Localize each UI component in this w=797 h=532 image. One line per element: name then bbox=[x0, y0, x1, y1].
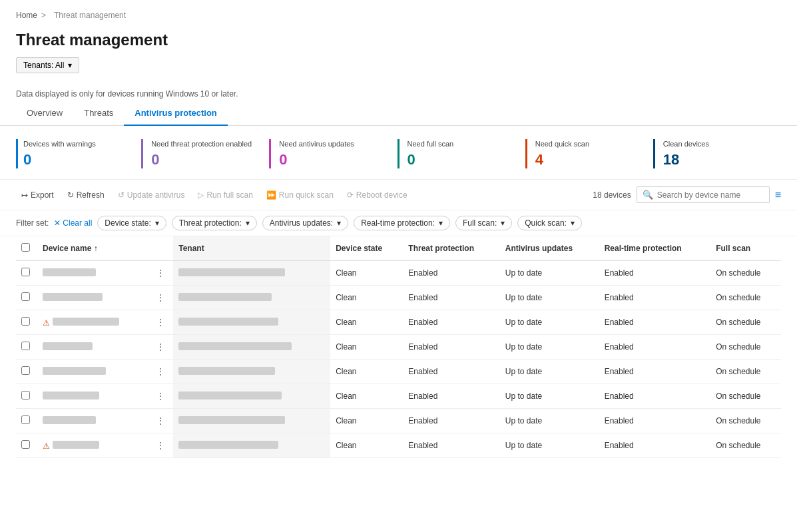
tab-threats[interactable]: Threats bbox=[73, 101, 124, 126]
full-scan-cell: On schedule bbox=[710, 360, 781, 384]
full-scan-cell: On schedule bbox=[710, 286, 781, 310]
full-scan-cell: On schedule bbox=[710, 409, 781, 433]
device-name-cell bbox=[37, 409, 148, 433]
breadcrumb-home[interactable]: Home bbox=[16, 11, 37, 20]
reboot-device-button[interactable]: ⟳ Reboot device bbox=[342, 188, 413, 202]
row-menu-button[interactable]: ⋮ bbox=[153, 414, 168, 427]
metric-value-clean_devices: 18 bbox=[663, 151, 765, 168]
threat-protection-cell: Enabled bbox=[403, 310, 499, 335]
row-checkbox[interactable] bbox=[21, 342, 30, 350]
device-state-cell: Clean bbox=[330, 433, 403, 458]
refresh-button[interactable]: ↻ Refresh bbox=[62, 188, 110, 202]
threat-protection-cell: Enabled bbox=[403, 286, 499, 310]
col-realtime_protection[interactable]: Real-time protection bbox=[599, 236, 710, 261]
warning-icon: ⚠ bbox=[43, 441, 50, 451]
clear-all-button[interactable]: ✕ Clear all bbox=[54, 218, 92, 228]
row-menu-button[interactable]: ⋮ bbox=[153, 266, 168, 280]
run-quick-scan-button[interactable]: ⏩ Run quick scan bbox=[261, 188, 339, 202]
row-checkbox[interactable] bbox=[21, 317, 30, 326]
update-antivirus-icon: ↺ bbox=[118, 190, 125, 200]
tab-antivirus[interactable]: Antivirus protection bbox=[124, 101, 228, 126]
chevron-down-icon: ▾ bbox=[571, 218, 575, 228]
threat-protection-cell: Enabled bbox=[403, 433, 499, 458]
row-checkbox[interactable] bbox=[21, 268, 30, 276]
chevron-down-icon: ▾ bbox=[439, 218, 443, 228]
chevron-down-icon: ▾ bbox=[337, 218, 341, 228]
device-state-cell: Clean bbox=[330, 286, 403, 310]
filter-device_state[interactable]: Device state:▾ bbox=[97, 216, 166, 230]
run-full-scan-label: Run full scan bbox=[206, 190, 252, 200]
export-button[interactable]: ↦ Export bbox=[16, 188, 59, 202]
metric-clean_devices: Clean devices 18 bbox=[653, 139, 781, 168]
tenant-selector[interactable]: Tenants: All ▾ bbox=[16, 57, 79, 73]
row-checkbox[interactable] bbox=[21, 391, 30, 399]
device-state-cell: Clean bbox=[330, 409, 403, 433]
threat-protection-cell: Enabled bbox=[403, 261, 499, 286]
filter-icon[interactable]: ≡ bbox=[775, 189, 781, 201]
breadcrumb-separator: > bbox=[41, 11, 46, 20]
filter-threat_protection[interactable]: Threat protection:▾ bbox=[172, 216, 257, 230]
row-menu-button[interactable]: ⋮ bbox=[153, 340, 168, 354]
col-device_state[interactable]: Device state bbox=[330, 236, 403, 261]
filter-quick_scan[interactable]: Quick scan:▾ bbox=[517, 216, 582, 230]
run-full-scan-button[interactable]: ▷ Run full scan bbox=[192, 188, 258, 202]
close-icon: ✕ bbox=[54, 218, 61, 228]
device-name-cell bbox=[37, 335, 148, 360]
metrics-row: Devices with warnings 0 Need threat prot… bbox=[0, 126, 797, 180]
metric-antivirus_updates: Need antivirus updates 0 bbox=[269, 139, 397, 168]
table-row: ⋮CleanEnabledUp to dateEnabledOn schedul… bbox=[16, 335, 781, 360]
row-checkbox[interactable] bbox=[21, 292, 30, 301]
row-menu-button[interactable]: ⋮ bbox=[153, 390, 168, 403]
col-full_scan[interactable]: Full scan bbox=[710, 236, 781, 261]
antivirus-updates-cell: Up to date bbox=[500, 409, 599, 433]
run-full-scan-icon: ▷ bbox=[198, 190, 204, 200]
realtime-protection-cell: Enabled bbox=[599, 335, 710, 360]
row-checkbox[interactable] bbox=[21, 415, 30, 424]
chevron-down-icon: ▾ bbox=[68, 61, 72, 70]
row-checkbox[interactable] bbox=[21, 440, 30, 449]
select-all-checkbox[interactable] bbox=[21, 243, 30, 252]
metric-warnings: Devices with warnings 0 bbox=[16, 139, 141, 168]
search-box[interactable]: 🔍 bbox=[637, 186, 770, 203]
col-threat_protection[interactable]: Threat protection bbox=[403, 236, 499, 261]
row-menu-button[interactable]: ⋮ bbox=[153, 316, 168, 329]
col-antivirus_updates[interactable]: Antivirus updates bbox=[500, 236, 599, 261]
full-scan-cell: On schedule bbox=[710, 310, 781, 335]
filter-realtime_protection[interactable]: Real-time protection:▾ bbox=[354, 216, 450, 230]
device-name-cell bbox=[37, 286, 148, 310]
chevron-down-icon: ▾ bbox=[155, 218, 159, 228]
metric-label-warnings: Devices with warnings bbox=[23, 139, 125, 148]
metric-label-threat_protection: Need threat protection enabled bbox=[151, 139, 253, 148]
antivirus-updates-cell: Up to date bbox=[500, 286, 599, 310]
metric-value-threat_protection: 0 bbox=[151, 151, 253, 168]
filter-antivirus_updates[interactable]: Antivirus updates:▾ bbox=[262, 216, 348, 230]
row-menu-button[interactable]: ⋮ bbox=[153, 365, 168, 378]
update-antivirus-button[interactable]: ↺ Update antivirus bbox=[113, 188, 190, 202]
warning-icon: ⚠ bbox=[43, 318, 50, 328]
row-checkbox[interactable] bbox=[21, 366, 30, 375]
search-input[interactable] bbox=[657, 190, 764, 200]
filter-full_scan[interactable]: Full scan:▾ bbox=[455, 216, 512, 230]
row-menu-button[interactable]: ⋮ bbox=[153, 291, 168, 304]
search-icon: 🔍 bbox=[643, 190, 653, 200]
tabs-container: OverviewThreatsAntivirus protection bbox=[0, 101, 797, 126]
threat-protection-cell: Enabled bbox=[403, 335, 499, 360]
realtime-protection-cell: Enabled bbox=[599, 433, 710, 458]
threat-protection-cell: Enabled bbox=[403, 384, 499, 409]
device-name-cell bbox=[37, 384, 148, 409]
tenant-label: Tenants: All bbox=[23, 61, 64, 70]
full-scan-cell: On schedule bbox=[710, 335, 781, 360]
metric-value-antivirus_updates: 0 bbox=[279, 151, 381, 168]
device-state-cell: Clean bbox=[330, 360, 403, 384]
tab-overview[interactable]: Overview bbox=[16, 101, 73, 126]
run-quick-scan-icon: ⏩ bbox=[266, 190, 276, 200]
col-tenant[interactable]: Tenant bbox=[173, 236, 330, 261]
metric-label-antivirus_updates: Need antivirus updates bbox=[279, 139, 381, 148]
page-header: Threat management Tenants: All ▾ bbox=[0, 25, 797, 81]
table-row: ⋮CleanEnabledUp to dateEnabledOn schedul… bbox=[16, 384, 781, 409]
row-menu-button[interactable]: ⋮ bbox=[153, 439, 168, 452]
page-title: Threat management bbox=[16, 31, 781, 49]
tenant-cell bbox=[173, 286, 330, 310]
col-device-name[interactable]: Device name ↑ bbox=[37, 236, 148, 261]
devices-table: Device name ↑TenantDevice stateThreat pr… bbox=[16, 236, 781, 458]
